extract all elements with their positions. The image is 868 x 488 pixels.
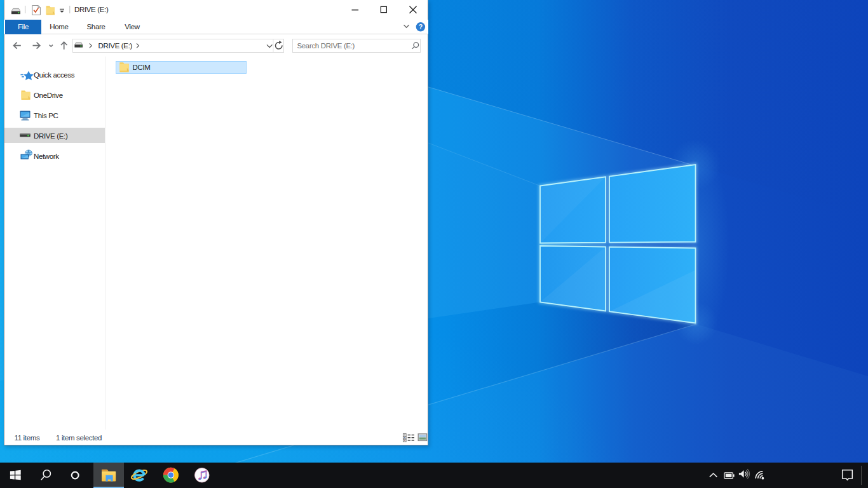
svg-text:?: ? — [419, 23, 423, 30]
